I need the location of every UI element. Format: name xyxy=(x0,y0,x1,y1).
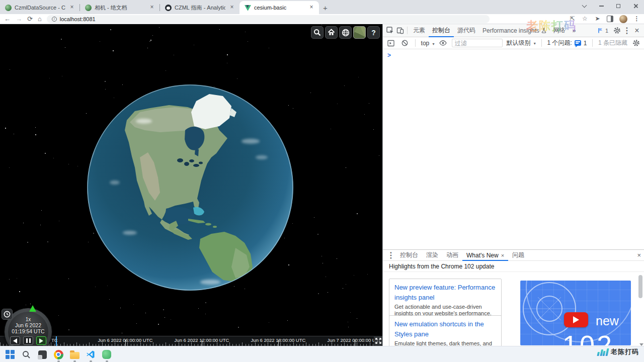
forward-button[interactable]: → xyxy=(16,16,22,22)
log-level-selector[interactable]: 默认级别 ▾ xyxy=(506,39,535,47)
flag-icon xyxy=(598,28,603,33)
tab-close-icon[interactable]: × xyxy=(228,4,235,11)
tab-performance-insights[interactable]: Performance insights xyxy=(479,24,550,37)
card-title-link[interactable]: New emulation shortcuts in the Styles pa… xyxy=(394,319,496,339)
issues-counter[interactable]: 1 xyxy=(594,24,612,37)
card-body: Emulate light themes, dark themes, and m… xyxy=(394,340,496,346)
inspect-element-icon[interactable] xyxy=(385,26,395,36)
play-forward-button[interactable] xyxy=(36,336,46,345)
home-button[interactable]: ⌂ xyxy=(38,16,42,22)
tab-cesium-basic-active[interactable]: cesium-basic × xyxy=(239,1,319,14)
tab-czml-guide[interactable]: CZML 指南 - AnalyticalGraphic × xyxy=(160,1,239,14)
speed-multiplier: 1x xyxy=(4,317,52,322)
pause-button[interactable] xyxy=(23,336,33,345)
devtools-menu-icon[interactable]: ⋮ xyxy=(622,26,632,36)
live-expression-eye-icon[interactable] xyxy=(438,38,448,48)
profile-avatar[interactable] xyxy=(619,15,627,23)
address-bar[interactable]: i localhost:8081 xyxy=(47,15,490,23)
share-icon[interactable]: ⇱ xyxy=(569,16,576,22)
drawer-menu-icon[interactable]: ⋮ xyxy=(386,250,396,260)
console-prompt-chevron[interactable]: > xyxy=(387,52,391,59)
tab-elements[interactable]: 元素 xyxy=(410,24,429,37)
whats-new-card: New emulation shortcuts in the Styles pa… xyxy=(389,315,502,346)
taskbar-green-app-button[interactable] xyxy=(101,348,113,360)
console-sidebar-icon[interactable] xyxy=(386,38,396,48)
play-reverse-button[interactable] xyxy=(10,336,20,345)
base-layer-picker-button[interactable] xyxy=(353,26,366,39)
issue-bubble-icon xyxy=(575,40,581,46)
bookmark-star-icon[interactable]: ☆ xyxy=(582,16,588,22)
tab-close-icon[interactable]: × xyxy=(68,4,75,11)
more-tabs-button[interactable]: » xyxy=(569,24,580,37)
drawer-tab-console[interactable]: 控制台 xyxy=(396,250,422,261)
taskbar-vscode-button[interactable] xyxy=(85,348,97,360)
drawer-tab-whats-new[interactable]: What's New × xyxy=(462,250,508,261)
chevron-down-icon: ▾ xyxy=(534,41,536,46)
devtools-close-icon[interactable]: × xyxy=(632,26,642,36)
tab-sources[interactable]: 源代码 xyxy=(454,24,479,37)
earth-globe[interactable] xyxy=(85,82,296,293)
console-output[interactable]: > xyxy=(383,49,644,249)
console-settings-gear-icon[interactable] xyxy=(631,38,641,48)
new-tab-button[interactable]: + xyxy=(323,4,328,12)
back-button[interactable]: ← xyxy=(4,16,11,22)
taskbar-search-button[interactable] xyxy=(20,348,32,360)
start-button[interactable] xyxy=(4,348,16,360)
whats-new-video-thumbnail[interactable]: new 102 xyxy=(520,281,631,345)
device-toolbar-icon[interactable] xyxy=(395,26,405,36)
cesium-viewer[interactable]: ? TC Jun 6 2022 06:00:00 UTC Jun 6 2022 … xyxy=(0,24,382,346)
tab-network[interactable]: 网络 xyxy=(550,24,569,37)
reload-button[interactable]: ⟳ xyxy=(27,16,33,22)
drawer-scrollbar[interactable] xyxy=(638,274,642,344)
browser-menu-icon[interactable]: ⋮ xyxy=(633,16,640,22)
animation-buttons xyxy=(10,336,46,345)
issues-summary[interactable]: 1 个问题: 1 xyxy=(547,39,587,47)
side-panel-icon[interactable] xyxy=(607,16,613,22)
clock-readout: 1x Jun 6 2022 01:19:54 UTC xyxy=(4,317,52,334)
help-button[interactable]: ? xyxy=(367,26,380,39)
tab-search-button[interactable] xyxy=(576,0,593,12)
chrome-icon xyxy=(54,350,63,359)
task-view-icon xyxy=(38,350,47,359)
console-filter-input[interactable] xyxy=(452,39,503,47)
scene-mode-button[interactable] xyxy=(339,26,352,39)
drawer-tab-issues[interactable]: 问题 xyxy=(508,250,528,261)
youtube-play-button[interactable] xyxy=(564,312,588,327)
context-selector[interactable]: top ▾ xyxy=(421,40,435,47)
tab-close-icon[interactable]: × xyxy=(501,252,504,258)
shuttle-pointer-icon[interactable] xyxy=(29,305,36,312)
watermark-bottom-right: 老陈打码 xyxy=(598,347,639,356)
vscode-icon xyxy=(86,350,95,359)
timeline-label: Jun 6 2022 12:00:00 UTC xyxy=(175,337,229,343)
taskbar-chrome-button[interactable] xyxy=(52,348,64,360)
tab-close-icon[interactable]: × xyxy=(308,4,315,11)
drawer-tab-animations[interactable]: 动画 xyxy=(442,250,462,261)
task-view-button[interactable] xyxy=(36,348,48,360)
content: ? TC Jun 6 2022 06:00:00 UTC Jun 6 2022 … xyxy=(0,24,644,346)
devtools-settings-gear-icon[interactable] xyxy=(612,26,622,36)
minimize-button[interactable] xyxy=(593,0,610,12)
fullscreen-icon xyxy=(375,338,381,344)
fullscreen-button[interactable] xyxy=(374,336,382,346)
close-window-button[interactable] xyxy=(627,0,644,12)
clear-console-icon[interactable] xyxy=(399,38,410,48)
geocoder-search-button[interactable] xyxy=(311,26,324,39)
play-icon xyxy=(39,338,43,343)
extension-cursor-icon[interactable]: ➤ xyxy=(594,16,601,22)
tab-close-icon[interactable]: × xyxy=(148,4,155,11)
file-explorer-icon xyxy=(70,352,79,359)
maximize-button[interactable] xyxy=(610,0,627,12)
drawer-tab-rendering[interactable]: 渲染 xyxy=(422,250,442,261)
tab-camera-doc[interactable]: 相机 - 绝文档 × xyxy=(80,1,159,14)
site-info-icon[interactable]: i xyxy=(52,17,57,22)
scrollbar-thumb[interactable] xyxy=(638,275,642,298)
tab-czmldatasource[interactable]: CzmlDataSource - Cesium Do × xyxy=(0,1,79,14)
cesium-icon xyxy=(85,5,92,11)
devtools-drawer: ⋮ 控制台 渲染 动画 What's New × 问题 × Highlights… xyxy=(383,249,644,346)
browser-toolbar: ← → ⟳ ⌂ i localhost:8081 ⇱ ☆ ➤ ⋮ xyxy=(0,14,644,24)
drawer-close-icon[interactable]: × xyxy=(637,251,641,259)
taskbar-explorer-button[interactable] xyxy=(68,348,80,360)
card-title-link[interactable]: New preview feature: Performance insight… xyxy=(394,283,496,303)
tab-console[interactable]: 控制台 xyxy=(429,24,454,37)
home-view-button[interactable] xyxy=(325,26,338,39)
